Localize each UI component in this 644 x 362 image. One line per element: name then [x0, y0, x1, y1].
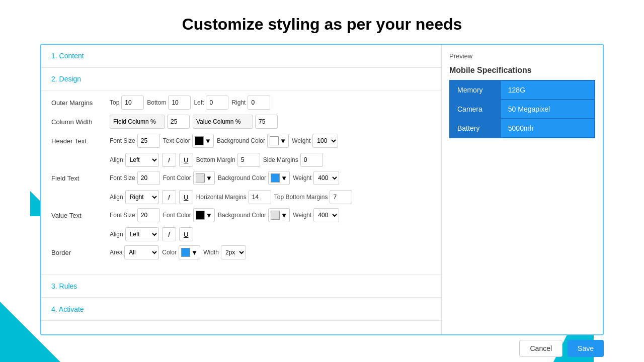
- header-textcolor-btn[interactable]: ▼: [192, 134, 214, 148]
- header-sidemargins-input[interactable]: [300, 153, 323, 167]
- design-section: Outer Margins Top Bottom Left Right: [41, 90, 441, 275]
- header-fontsize-label: Font Size: [110, 137, 135, 144]
- value-col-value[interactable]: [255, 115, 278, 129]
- column-width-row: Column Width: [51, 115, 431, 129]
- save-button[interactable]: Save: [568, 340, 604, 357]
- section-activate[interactable]: 4. Activate: [41, 298, 441, 321]
- value-align-label: Align: [110, 231, 123, 238]
- value-bgcolor-chevron: ▼: [281, 212, 287, 219]
- section-rules[interactable]: 3. Rules: [41, 275, 441, 298]
- header-fontsize-group: Font Size: [110, 134, 160, 148]
- value-weight-group: Weight 400100700: [293, 208, 339, 222]
- value-fontcolor-btn[interactable]: ▼: [193, 208, 215, 222]
- header-textcolor-label: Text Color: [163, 137, 190, 144]
- header-fontsize-input[interactable]: [137, 134, 160, 148]
- table-row: Memory128G: [450, 80, 595, 100]
- value-fontsize-label: Font Size: [110, 212, 135, 219]
- left-panel: 1. Content 2. Design Outer Margins Top B…: [41, 45, 442, 334]
- field-align-group: Align RightLeftCenter: [110, 190, 159, 204]
- outer-margins-label: Outer Margins: [51, 99, 107, 107]
- section-design[interactable]: 2. Design: [41, 68, 441, 90]
- top-group: Top: [110, 96, 144, 110]
- table-row: Battery5000mh: [450, 119, 595, 138]
- header-sidemargins-group: Side Margins: [263, 153, 323, 167]
- bottom-input[interactable]: [168, 96, 191, 110]
- value-fontcolor-group: Font Color ▼: [163, 208, 215, 222]
- value-text-label: Value Text: [51, 212, 107, 219]
- value-fontsize-input[interactable]: [137, 208, 160, 222]
- value-weight-select[interactable]: 400100700: [313, 208, 339, 222]
- value-fontcolor-chevron: ▼: [206, 212, 212, 219]
- value-fontcolor-label: Font Color: [163, 212, 191, 219]
- header-textcolor-chevron: ▼: [205, 137, 211, 145]
- field-weight-group: Weight 400100700: [293, 171, 339, 185]
- header-weight-select[interactable]: 100400700: [312, 134, 338, 148]
- value-align-select[interactable]: LeftCenterRight: [125, 227, 159, 241]
- right-group: Right: [231, 96, 270, 110]
- value-italic-btn[interactable]: I: [162, 227, 176, 241]
- field-underline-btn[interactable]: U: [179, 190, 193, 204]
- field-fontsize-input[interactable]: [137, 171, 160, 185]
- field-align-label: Align: [110, 194, 123, 201]
- field-fontsize-group: Font Size: [110, 171, 160, 185]
- value-col-group: [193, 115, 278, 129]
- header-text-row2: Align LeftCenterRight I U Bottom Margin …: [110, 153, 431, 167]
- header-weight-label: Weight: [292, 137, 310, 144]
- header-italic-btn[interactable]: I: [162, 153, 176, 167]
- main-container: 1. Content 2. Design Outer Margins Top B…: [40, 44, 604, 335]
- section-content[interactable]: 1. Content: [41, 45, 441, 67]
- field-fontcolor-chevron: ▼: [206, 174, 212, 182]
- column-width-label: Column Width: [51, 118, 107, 126]
- border-width-select[interactable]: 2px1px3px4px: [221, 245, 246, 259]
- field-horizmargins-input[interactable]: [249, 190, 271, 204]
- right-panel: Preview Mobile Specifications Memory128G…: [442, 45, 603, 334]
- field-align-select[interactable]: RightLeftCenter: [125, 190, 159, 204]
- field-bgcolor-label: Background Color: [218, 174, 266, 182]
- cancel-button[interactable]: Cancel: [519, 340, 562, 357]
- field-bgcolor-btn[interactable]: ▼: [268, 171, 290, 185]
- border-area-select[interactable]: AllTopBottomLeftRight: [124, 245, 159, 259]
- value-bgcolor-btn[interactable]: ▼: [268, 208, 290, 222]
- field-topbottommargins-group: Top Bottom Margins: [274, 190, 353, 204]
- preview-section-title: Mobile Specifications: [449, 66, 595, 75]
- value-text-row2: Align LeftCenterRight I U: [110, 227, 431, 241]
- value-cell: 128G: [501, 80, 595, 100]
- header-bgcolor-label: Background Color: [217, 137, 265, 144]
- left-input[interactable]: [206, 96, 228, 110]
- left-label: Left: [194, 99, 204, 106]
- header-text-row1: Header Text Font Size Text Color ▼ Backg…: [51, 134, 431, 148]
- value-cell: 50 Megapixel: [501, 100, 595, 119]
- field-italic-btn[interactable]: I: [162, 190, 176, 204]
- value-fontsize-group: Font Size: [110, 208, 160, 222]
- field-topbottommargins-label: Top Bottom Margins: [274, 194, 328, 201]
- border-width-label: Width: [203, 249, 219, 256]
- field-fontcolor-swatch: [196, 173, 205, 183]
- field-text-row1: Field Text Font Size Font Color ▼ Backgr…: [51, 171, 431, 185]
- top-input[interactable]: [121, 96, 144, 110]
- header-bottommargin-group: Bottom Margin: [196, 153, 260, 167]
- border-area-label: Area: [110, 249, 122, 256]
- value-text-row1: Value Text Font Size Font Color ▼ Backgr…: [51, 208, 431, 222]
- page-title: Customize styling as per your needs: [0, 0, 644, 44]
- field-fontcolor-group: Font Color ▼: [163, 171, 215, 185]
- border-color-btn[interactable]: ▼: [179, 245, 200, 259]
- field-fontsize-label: Font Size: [110, 174, 135, 182]
- field-horizmargins-label: Horizontal Margins: [196, 194, 247, 201]
- bottom-group: Bottom: [147, 96, 191, 110]
- header-align-group: Align LeftCenterRight: [110, 153, 159, 167]
- field-col-value[interactable]: [167, 115, 190, 129]
- right-input[interactable]: [248, 96, 270, 110]
- value-underline-btn[interactable]: U: [179, 227, 193, 241]
- header-bgcolor-btn[interactable]: ▼: [267, 134, 289, 148]
- border-area-group: Area AllTopBottomLeftRight: [110, 245, 159, 259]
- header-underline-btn[interactable]: U: [179, 153, 193, 167]
- header-bottommargin-input[interactable]: [237, 153, 260, 167]
- bottom-bar: Cancel Save: [519, 335, 604, 362]
- field-topbottommargins-input[interactable]: [330, 190, 352, 204]
- header-align-select[interactable]: LeftCenterRight: [125, 153, 159, 167]
- field-weight-select[interactable]: 400100700: [313, 171, 339, 185]
- field-fontcolor-btn[interactable]: ▼: [193, 171, 215, 185]
- field-horizmargins-group: Horizontal Margins: [196, 190, 271, 204]
- value-cell: 5000mh: [501, 119, 595, 138]
- field-bgcolor-group: Background Color ▼: [218, 171, 290, 185]
